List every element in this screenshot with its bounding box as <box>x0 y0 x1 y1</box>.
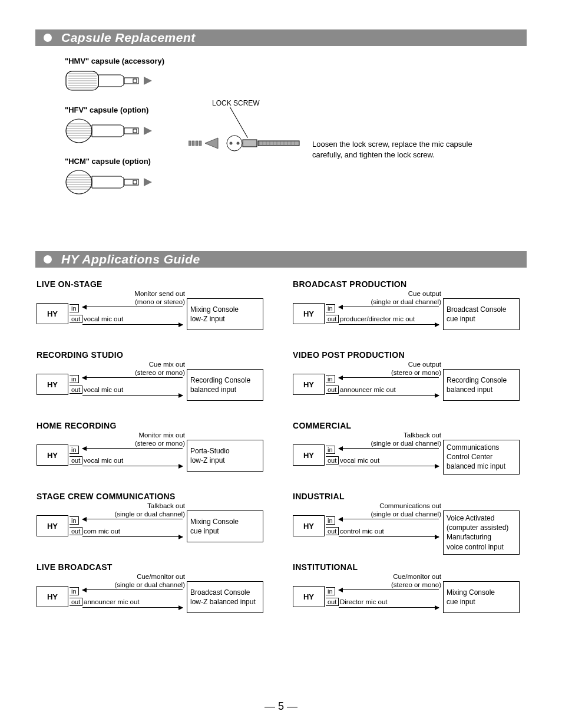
app-title: BROADCAST PRODUCTION <box>293 279 527 289</box>
console-input: voice control input <box>447 542 516 552</box>
capsule-icon <box>65 118 153 144</box>
signal-in-sub: (single or dual channel) <box>114 510 185 518</box>
signal-in-label: Cue/monitor out <box>393 573 441 580</box>
app-title: COMMERCIAL <box>293 421 527 430</box>
signal-in-sub: (single or dual channel) <box>371 510 441 518</box>
console-input: balanced input <box>447 385 516 394</box>
svg-rect-9 <box>133 79 137 83</box>
signal-out-label: Director mic out <box>340 598 388 605</box>
signal-in-sub: (single or dual channel) <box>371 298 441 305</box>
arrow-out-icon <box>339 536 439 537</box>
arrow-in-icon <box>339 307 439 307</box>
signal-out-label: vocal mic out <box>340 457 379 464</box>
app-diagram: Communications out (single or dual chann… <box>293 502 527 545</box>
hy-box: HY <box>293 374 325 395</box>
capsule-diagram-area: "HMV" capsule (accessory) "HFV" capsule … <box>35 57 527 245</box>
app-diagram: Talkback out (single or dual channel) HY… <box>293 431 527 474</box>
port-in: in <box>326 375 335 383</box>
signal-in-label: Communications out <box>379 502 441 509</box>
arrow-in-icon <box>339 519 439 519</box>
app-diagram: Cue output (stereo or mono) HY in out an… <box>293 361 527 403</box>
port-in: in <box>70 446 79 454</box>
signal-out-label: announcer mic out <box>340 386 396 393</box>
hy-box: HY <box>37 374 68 395</box>
port-in: in <box>70 375 79 383</box>
console-name: Communications Control Center <box>447 443 516 462</box>
console-input: low-Z input <box>190 314 260 324</box>
applications-columns: LIVE ON-STAGE Monitor send out (mono or … <box>35 279 527 633</box>
hy-box: HY <box>293 586 325 607</box>
signal-in-sub: (stereo or mono) <box>391 369 441 376</box>
app-diagram: Cue/monitor out (stereo or mono) HY in o… <box>293 573 527 615</box>
app-title: LIVE ON-STAGE <box>37 279 270 289</box>
capsule-label: "HFV" capsule (option) <box>65 106 527 114</box>
app-title: HOME RECORDING <box>37 421 270 430</box>
console-name: Mixing Console <box>190 517 260 526</box>
console-input: balanced mic input <box>447 462 516 471</box>
signal-in-label: Cue mix out <box>149 361 185 368</box>
port-out: out <box>326 315 339 323</box>
capsule-label: "HMV" capsule (accessory) <box>65 57 527 65</box>
console-input: cue input <box>447 314 516 324</box>
port-in: in <box>70 304 79 312</box>
svg-marker-21 <box>144 127 152 135</box>
signal-in-label: Talkback out <box>404 431 441 439</box>
console-box: Mixing Console low-Z input <box>187 298 263 330</box>
console-input: cue input <box>447 597 516 607</box>
app-title: VIDEO POST PRODUCTION <box>293 350 527 360</box>
lock-screw-label: LOCK SCREW <box>212 99 260 107</box>
hy-box: HY <box>37 444 68 466</box>
svg-marker-10 <box>144 77 152 85</box>
svg-rect-20 <box>133 129 137 133</box>
arrow-in-icon <box>82 519 183 519</box>
console-box: Mixing Console cue input <box>443 581 520 613</box>
arrow-in-icon <box>82 307 183 307</box>
console-name: Mixing Console <box>447 588 516 597</box>
signal-out-label: vocal mic out <box>84 386 123 393</box>
capsule-hmv: "HMV" capsule (accessory) <box>65 57 527 93</box>
port-out: out <box>70 386 82 394</box>
arrow-out-icon <box>82 395 183 396</box>
svg-rect-36 <box>199 141 201 146</box>
app-diagram: Cue mix out (stereo or mono) HY in out v… <box>37 361 270 403</box>
app-diagram: Monitor mix out (stereo or mono) HY in o… <box>37 431 270 474</box>
app-block: LIVE BROADCAST Cue/monitor out (single o… <box>37 562 270 615</box>
console-box: Broadcast Console low-Z balanced input <box>187 581 263 613</box>
console-input: low-Z balanced input <box>190 597 260 607</box>
svg-rect-35 <box>196 141 198 146</box>
arrow-in-icon <box>82 377 183 378</box>
capsule-icon <box>65 69 153 93</box>
port-out: out <box>326 456 339 465</box>
hy-box: HY <box>293 515 325 536</box>
signal-out-label: vocal mic out <box>84 315 123 322</box>
port-in: in <box>326 446 335 454</box>
port-in: in <box>70 516 79 525</box>
app-block: LIVE ON-STAGE Monitor send out (mono or … <box>37 279 270 332</box>
svg-point-38 <box>227 136 242 151</box>
section-bar-apps: HY Applications Guide <box>35 251 527 268</box>
signal-in-label: Monitor send out <box>134 290 185 297</box>
port-out: out <box>70 527 82 535</box>
app-title: INSTITUTIONAL <box>293 562 527 572</box>
svg-rect-41 <box>243 140 257 147</box>
arrow-out-icon <box>339 466 439 466</box>
port-out: out <box>326 386 339 394</box>
app-block: BROADCAST PRODUCTION Cue output (single … <box>293 279 527 332</box>
section-title: Capsule Replacement <box>61 31 196 45</box>
arrow-in-icon <box>339 589 439 590</box>
apps-col-right: BROADCAST PRODUCTION Cue output (single … <box>293 279 527 633</box>
app-block: INDUSTRIAL Communications out (single or… <box>293 492 527 545</box>
app-block: COMMERCIAL Talkback out (single or dual … <box>293 421 527 474</box>
arrow-out-icon <box>82 607 183 608</box>
signal-in-sub: (mono or stereo) <box>135 298 185 305</box>
signal-in-label: Cue output <box>408 290 441 297</box>
signal-out-label: vocal mic out <box>84 457 123 464</box>
app-block: INSTITUTIONAL Cue/monitor out (stereo or… <box>293 562 527 615</box>
console-name: Recording Console <box>190 375 260 385</box>
signal-in-label: Cue/monitor out <box>137 573 185 580</box>
instruction-text: Loosen the lock screw, replace the mic c… <box>312 139 501 160</box>
port-out: out <box>70 598 82 606</box>
bullet-icon <box>44 255 52 263</box>
console-box: Recording Console balanced input <box>443 369 520 401</box>
arrow-out-icon <box>82 324 183 325</box>
